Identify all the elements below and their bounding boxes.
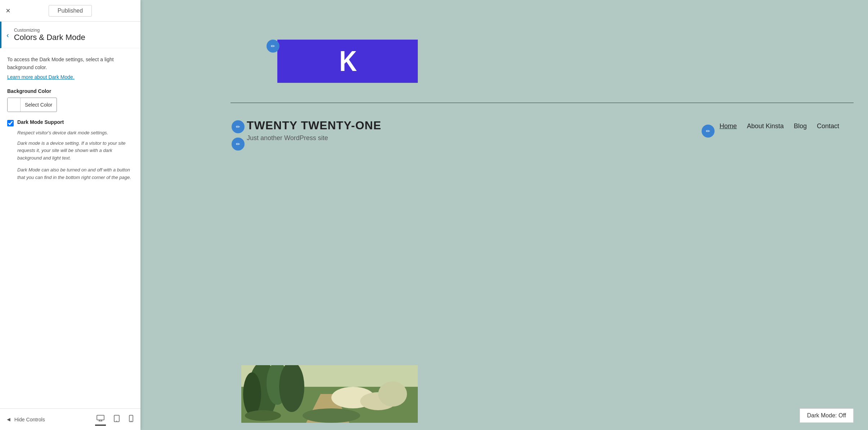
svg-point-17	[378, 381, 407, 407]
nav-home[interactable]: Home	[720, 122, 737, 130]
logo-box: K	[277, 40, 418, 83]
pencil-icon-2: ✏	[236, 124, 240, 130]
nav-contact[interactable]: Contact	[817, 122, 839, 130]
dark-mode-toggle-button[interactable]: Dark Mode: Off	[800, 408, 854, 423]
close-button[interactable]: ×	[6, 7, 10, 15]
section-title: Colors & Dark Mode	[14, 33, 85, 42]
dark-mode-row: Dark Mode Support	[7, 119, 133, 126]
painting-image	[241, 365, 418, 423]
background-color-label: Background Color	[7, 88, 133, 94]
hide-controls-button[interactable]: ◄ Hide Controls	[6, 416, 45, 423]
customizing-label: Customizing	[14, 27, 85, 33]
dark-mode-desc1: Respect visitor's device dark mode setti…	[17, 129, 133, 137]
dark-mode-desc3: Dark Mode can also be turned on and off …	[17, 166, 133, 182]
preview-divider	[231, 103, 854, 103]
site-tagline-edit-button[interactable]: ✏	[232, 138, 245, 151]
bottom-bar: ◄ Hide Controls	[0, 408, 140, 430]
svg-point-19	[245, 410, 281, 421]
select-color-button[interactable]: Select Color	[7, 98, 57, 112]
tablet-icon-button[interactable]	[112, 413, 121, 426]
learn-more-link[interactable]: Learn more about Dark Mode.	[7, 74, 75, 80]
select-color-label: Select Color	[21, 102, 57, 108]
nav-blog[interactable]: Blog	[794, 122, 807, 130]
nav-edit-button[interactable]: ✏	[702, 125, 715, 138]
device-icons	[95, 413, 135, 426]
section-heading: Customizing Colors & Dark Mode	[14, 27, 85, 42]
mobile-icon-button[interactable]	[127, 413, 135, 426]
hide-controls-label: Hide Controls	[14, 417, 45, 422]
pencil-icon: ✏	[271, 43, 275, 49]
svg-point-5	[116, 421, 117, 421]
dark-mode-desc2: Dark mode is a device setting. If a visi…	[17, 140, 133, 162]
nav-area: ✏ Home About Kinsta Blog Contact	[720, 122, 839, 130]
preview-area: ✏ K ✏ ✏ TWENTY TWENTY-ONE Just another W…	[140, 0, 868, 430]
nav-about[interactable]: About Kinsta	[747, 122, 784, 130]
svg-point-13	[243, 372, 261, 416]
site-title-edit-button[interactable]: ✏	[232, 120, 245, 133]
pencil-icon-3: ✏	[236, 141, 240, 147]
logo-edit-button[interactable]: ✏	[267, 40, 279, 53]
svg-point-7	[131, 421, 131, 421]
svg-point-18	[303, 408, 360, 423]
customizer-panel: × Published ‹ Customizing Colors & Dark …	[0, 0, 140, 430]
info-text: To access the Dark Mode settings, select…	[7, 55, 133, 72]
logo-container: ✏ K	[277, 40, 418, 83]
site-name: TWENTY TWENTY-ONE	[247, 119, 381, 132]
back-button[interactable]: ‹	[6, 31, 9, 39]
back-nav: ‹ Customizing Colors & Dark Mode	[0, 22, 140, 48]
svg-rect-0	[97, 415, 104, 420]
dark-mode-label: Dark Mode Support	[17, 119, 64, 125]
site-tagline: Just another WordPress site	[247, 134, 381, 142]
desktop-icon-button[interactable]	[95, 413, 106, 426]
top-bar: × Published	[0, 0, 140, 22]
site-title-area: ✏ ✏ TWENTY TWENTY-ONE Just another WordP…	[247, 119, 381, 142]
pencil-icon-4: ✏	[706, 128, 710, 134]
logo-k: K	[339, 47, 356, 76]
panel-content: To access the Dark Mode settings, select…	[0, 48, 140, 408]
hide-controls-arrow: ◄	[6, 416, 12, 423]
color-swatch	[8, 98, 21, 112]
published-button[interactable]: Published	[49, 5, 92, 17]
dark-mode-checkbox[interactable]	[7, 120, 14, 126]
